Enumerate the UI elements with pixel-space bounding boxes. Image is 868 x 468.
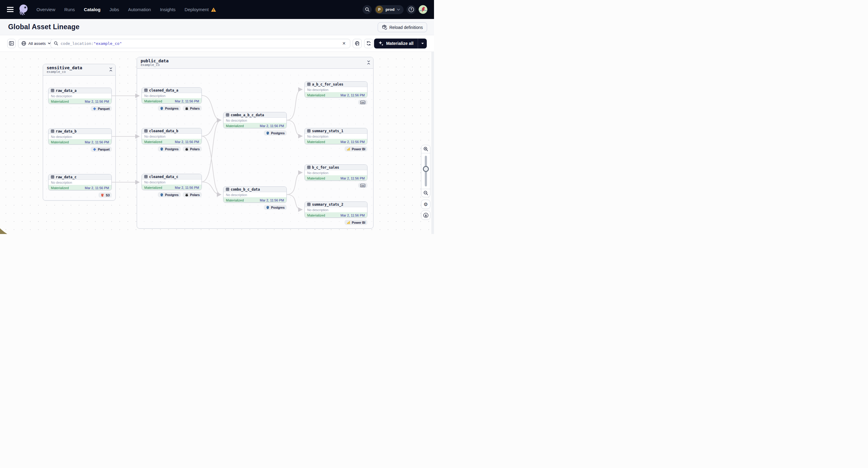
download-graph-button[interactable] <box>421 211 430 220</box>
asset-node-header[interactable]: cleaned_data_a <box>142 88 202 93</box>
zoom-slider[interactable] <box>421 153 430 189</box>
asset-node-raw_data_b[interactable]: raw_data_bNo descriptionMaterializedMar … <box>48 128 112 145</box>
asset-search-input[interactable]: code_location:"example_co" ✕ <box>51 39 350 48</box>
asset-filter-dropdown[interactable]: All assets <box>18 39 54 48</box>
asset-node-footer: MaterializedMar 2, 11:56 PM <box>305 175 367 181</box>
s3-icon <box>101 193 104 197</box>
refresh-graph-button[interactable] <box>364 39 373 48</box>
search-button[interactable] <box>363 5 372 14</box>
table-icon <box>144 89 148 92</box>
materialization-timestamp[interactable]: Mar 2, 11:56 PM <box>341 177 365 180</box>
kind-tag-label: Postgres <box>271 206 285 209</box>
asset-node-b_c_for_sales[interactable]: b_c_for_salesNo descriptionMaterializedM… <box>305 164 367 181</box>
materialization-timestamp[interactable]: Mar 2, 11:56 PM <box>260 198 284 202</box>
asset-node-header[interactable]: cleaned_data_c <box>142 174 202 180</box>
asset-node-combo_a_b_c_data[interactable]: combo_a_b_c_dataNo descriptionMaterializ… <box>223 112 287 128</box>
materialize-all-button[interactable]: Materialize all <box>374 38 427 49</box>
asset-name: summary_stats_1 <box>312 129 343 133</box>
materialization-timestamp[interactable]: Mar 2, 11:56 PM <box>341 214 365 217</box>
nav-item-insights[interactable]: Insights <box>160 7 176 12</box>
asset-node-combo_b_c_data[interactable]: combo_b_c_dataNo descriptionMaterialized… <box>223 186 287 203</box>
asset-node-a_b_c_for_sales[interactable]: a_b_c_for_salesNo descriptionMaterialize… <box>305 81 367 98</box>
chevron-down-icon <box>421 42 424 44</box>
kind-tag-label: Polars <box>190 193 200 197</box>
asset-node-footer: MaterializedMar 2, 11:56 PM <box>305 212 367 218</box>
table-icon <box>51 129 54 133</box>
asset-node-summary_stats_2[interactable]: summary_stats_2No descriptionMaterialize… <box>305 201 367 218</box>
asset-node-header[interactable]: raw_data_b <box>49 129 112 134</box>
asset-node-header[interactable]: combo_a_b_c_data <box>223 112 286 118</box>
materialization-status: Materialized <box>307 177 325 180</box>
materialization-timestamp[interactable]: Mar 2, 11:56 PM <box>260 124 284 128</box>
lineage-canvas[interactable]: sensitive_data example_co public_data ex… <box>0 52 434 234</box>
asset-node-cleaned_data_a[interactable]: cleaned_data_aNo descriptionMaterialized… <box>142 87 202 103</box>
table-icon <box>226 113 229 117</box>
nav-item-jobs[interactable]: Jobs <box>110 7 119 12</box>
open-asset-panel-button[interactable] <box>7 39 16 48</box>
nav-item-automation[interactable]: Automation <box>128 7 151 12</box>
asset-node-header[interactable]: cleaned_data_b <box>142 128 202 134</box>
materialization-timestamp[interactable]: Mar 2, 11:56 PM <box>175 186 199 189</box>
asset-node-raw_data_c[interactable]: raw_data_cNo descriptionMaterializedMar … <box>48 174 112 190</box>
materialize-options-caret[interactable] <box>418 42 427 44</box>
materialization-status: Materialized <box>144 140 162 144</box>
zoom-in-button[interactable] <box>421 145 430 153</box>
asset-node-header[interactable]: raw_data_c <box>49 175 112 180</box>
materialization-timestamp[interactable]: Mar 2, 11:56 PM <box>85 100 109 103</box>
materialization-timestamp[interactable]: Mar 2, 11:56 PM <box>341 93 365 97</box>
reload-definitions-button[interactable]: Reload definitions <box>378 22 427 32</box>
materialization-timestamp[interactable]: Mar 2, 11:56 PM <box>175 140 199 144</box>
nav-item-deployment[interactable]: Deployment <box>185 7 216 12</box>
materialization-timestamp[interactable]: Mar 2, 11:56 PM <box>85 186 109 190</box>
kind-tag-label: Power BI <box>352 221 365 224</box>
canvas-scrollbar[interactable] <box>432 52 434 234</box>
nav-item-label: Insights <box>160 7 176 12</box>
table-icon <box>144 175 148 178</box>
zoom-out-button[interactable] <box>421 189 430 197</box>
kind-tag-power-bi: Power BI <box>345 220 367 225</box>
asset-node-summary_stats_1[interactable]: summary_stats_1No descriptionMaterialize… <box>305 128 367 144</box>
asset-node-header[interactable]: summary_stats_1 <box>305 128 367 134</box>
parquet-icon <box>93 148 96 151</box>
dagster-logo-icon[interactable] <box>17 3 30 16</box>
asset-node-header[interactable]: combo_b_c_data <box>223 187 286 192</box>
menu-icon[interactable] <box>7 7 13 12</box>
kind-tag-postgres: Postgres <box>264 205 287 210</box>
asset-node-header[interactable]: summary_stats_2 <box>305 202 367 207</box>
materialization-timestamp[interactable]: Mar 2, 11:56 PM <box>85 141 109 144</box>
user-avatar[interactable] <box>418 5 427 14</box>
polars-icon <box>185 147 189 151</box>
asset-node-cleaned_data_c[interactable]: cleaned_data_cNo descriptionMaterialized… <box>142 174 202 190</box>
fetch-external-assets-button[interactable] <box>353 39 362 48</box>
asset-node-header[interactable]: b_c_for_sales <box>305 165 367 170</box>
asset-node-raw_data_a[interactable]: raw_data_aNo descriptionMaterializedMar … <box>48 88 112 104</box>
environment-initial: P <box>376 6 383 13</box>
nav-item-overview[interactable]: Overview <box>36 7 55 12</box>
avatar-bird-image <box>418 5 427 14</box>
help-button[interactable]: ? <box>407 5 415 14</box>
lineage-edge-combo_a_b_c_data-to-a_b_c_for_sales <box>287 89 302 120</box>
environment-switcher[interactable]: P prod <box>375 5 404 14</box>
nav-item-label: Jobs <box>110 7 119 12</box>
asset-name: combo_a_b_c_data <box>231 113 264 117</box>
graph-settings-button[interactable]: ⚙ <box>421 200 430 209</box>
nav-links: OverviewRunsCatalogJobsAutomationInsight… <box>36 7 216 12</box>
asset-kind-tags: Postgres <box>223 130 287 135</box>
panel-expand-icon <box>9 41 14 45</box>
lineage-toolbar: All assets code_location:"example_co" ✕ … <box>0 35 434 52</box>
nav-item-catalog[interactable]: Catalog <box>84 7 101 12</box>
asset-kind-tags: Parquet <box>48 147 112 152</box>
materialization-status: Materialized <box>144 99 162 103</box>
materialization-timestamp[interactable]: Mar 2, 11:56 PM <box>175 99 199 103</box>
powerbi-icon <box>347 147 350 151</box>
kind-tag-parquet: Parquet <box>91 106 112 111</box>
asset-node-header[interactable]: a_b_c_for_sales <box>305 82 367 87</box>
nav-item-runs[interactable]: Runs <box>64 7 75 12</box>
zoom-slider-handle[interactable] <box>423 166 429 172</box>
clear-search-button[interactable]: ✕ <box>341 40 347 46</box>
materialize-all-main[interactable]: Materialize all <box>374 41 418 46</box>
lineage-edge-cleaned_data_a-to-combo_a_b_c_data <box>202 95 221 120</box>
materialization-timestamp[interactable]: Mar 2, 11:56 PM <box>341 140 365 144</box>
asset-node-cleaned_data_b[interactable]: cleaned_data_bNo descriptionMaterialized… <box>142 128 202 144</box>
asset-node-header[interactable]: raw_data_a <box>49 88 112 93</box>
